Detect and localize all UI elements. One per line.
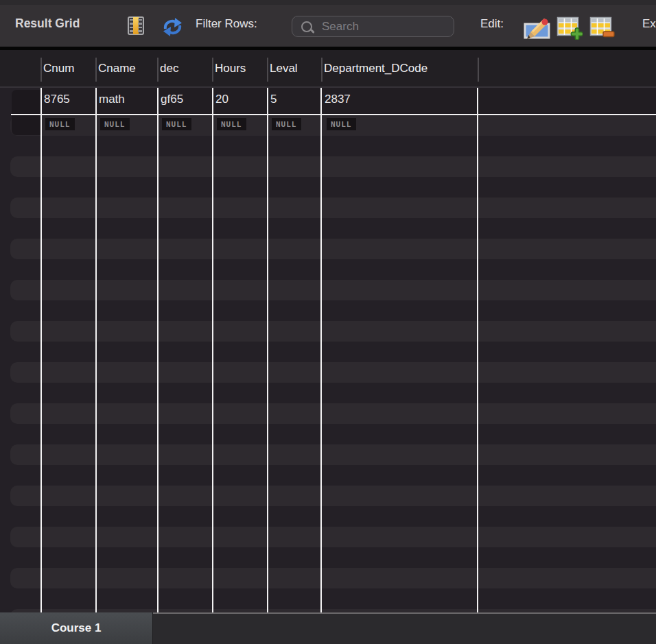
null-badge-cnum[interactable]: NULL bbox=[45, 118, 75, 130]
column-header-cnum[interactable]: Cnum bbox=[43, 62, 74, 75]
result-tab-bar: Course 1 bbox=[0, 612, 656, 644]
cell-r1-dec[interactable]: gf65 bbox=[161, 93, 183, 106]
grid-column-header: Cnum Cname dec Hours Leval Department_DC… bbox=[0, 50, 656, 88]
column-header-cname[interactable]: Cname bbox=[98, 62, 136, 75]
export-label: Ex bbox=[642, 17, 656, 31]
column-divider-line bbox=[320, 88, 322, 612]
cell-r1-cname[interactable]: math bbox=[99, 93, 125, 106]
edit-label: Edit: bbox=[480, 17, 504, 31]
result-tab-label: Course 1 bbox=[51, 621, 102, 635]
empty-row-stripe bbox=[10, 403, 656, 424]
empty-row-stripe bbox=[10, 362, 656, 383]
header-separator bbox=[157, 58, 159, 82]
header-separator bbox=[478, 58, 479, 82]
refresh-icon[interactable] bbox=[162, 17, 183, 37]
header-separator bbox=[321, 58, 323, 82]
header-separator bbox=[267, 58, 268, 82]
empty-row-stripe bbox=[10, 280, 656, 300]
empty-row-stripe bbox=[10, 444, 656, 465]
empty-row-stripe bbox=[10, 321, 656, 342]
column-divider-line bbox=[95, 88, 97, 612]
column-header-department-dcode[interactable]: Department_DCode bbox=[324, 62, 427, 75]
column-header-leval[interactable]: Leval bbox=[270, 62, 298, 75]
column-divider-line bbox=[212, 88, 213, 612]
result-grid-toolbar: Result Grid Filter Rows: Edit: bbox=[0, 0, 656, 47]
result-tab-course-1[interactable]: Course 1 bbox=[0, 612, 153, 644]
header-separator bbox=[95, 58, 97, 82]
row-gutter[interactable] bbox=[12, 90, 41, 135]
search-icon bbox=[301, 21, 312, 32]
empty-row-stripe bbox=[10, 239, 656, 259]
header-separator bbox=[212, 58, 213, 82]
null-badge-dec[interactable]: NULL bbox=[162, 118, 191, 130]
grid-icon-right-dashes bbox=[138, 19, 142, 32]
edit-record-icon[interactable] bbox=[523, 12, 552, 41]
column-header-hours[interactable]: Hours bbox=[215, 62, 246, 75]
cell-r1-department-dcode[interactable]: 2837 bbox=[325, 93, 351, 106]
null-badge-department-dcode[interactable]: NULL bbox=[327, 118, 356, 130]
null-badge-cname[interactable]: NULL bbox=[100, 118, 130, 130]
column-divider-line bbox=[267, 88, 268, 612]
empty-row-stripe bbox=[10, 198, 656, 218]
cell-r1-leval[interactable]: 5 bbox=[270, 93, 277, 106]
column-divider-line bbox=[40, 88, 42, 612]
result-grid-body[interactable]: 8765 math gf65 20 5 2837 NULL NULL NULL … bbox=[0, 88, 656, 612]
null-badge-leval[interactable]: NULL bbox=[272, 118, 301, 130]
empty-row-stripe bbox=[10, 156, 656, 177]
null-badge-hours[interactable]: NULL bbox=[217, 118, 246, 130]
column-divider-line bbox=[157, 88, 159, 612]
column-header-dec[interactable]: dec bbox=[160, 62, 178, 75]
empty-row-stripe bbox=[10, 486, 656, 506]
empty-row-stripe bbox=[10, 568, 656, 588]
result-grid-title: Result Grid bbox=[15, 16, 80, 31]
row-divider-line bbox=[11, 114, 656, 115]
result-grid-view-icon[interactable] bbox=[128, 16, 144, 35]
insert-row-icon[interactable] bbox=[557, 16, 583, 40]
search-input[interactable] bbox=[322, 20, 454, 34]
filter-rows-label: Filter Rows: bbox=[196, 17, 257, 31]
empty-row-stripe bbox=[10, 527, 656, 547]
header-separator bbox=[40, 58, 42, 82]
delete-row-icon[interactable] bbox=[589, 16, 616, 40]
column-divider-line bbox=[477, 88, 478, 612]
cell-r1-hours[interactable]: 20 bbox=[215, 93, 229, 106]
filter-search-box[interactable] bbox=[292, 16, 454, 37]
cell-r1-cnum[interactable]: 8765 bbox=[44, 93, 70, 106]
